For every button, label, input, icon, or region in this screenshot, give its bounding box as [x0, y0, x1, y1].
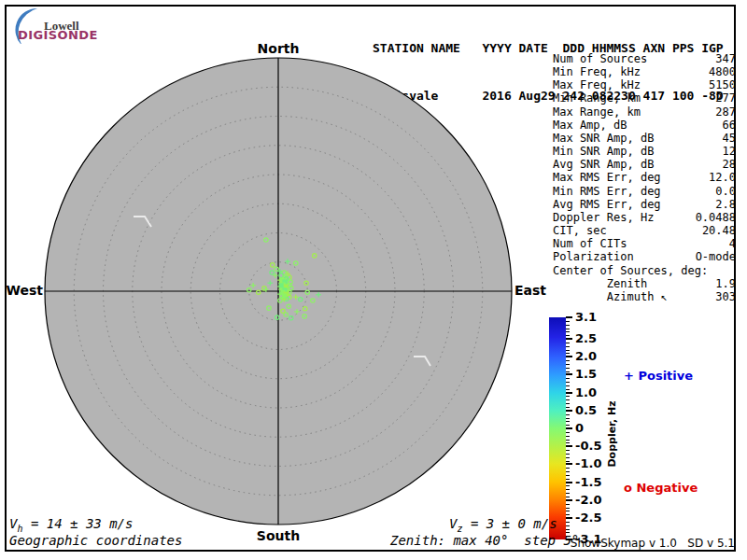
source-point-cluster	[279, 283, 284, 287]
stat-value: 66	[723, 119, 736, 132]
stat-value: O-mode	[696, 250, 736, 263]
stat-row: Min RMS Err, deg 0.0	[553, 185, 736, 198]
stat-row: CIT, sec 20.48	[553, 224, 736, 237]
colorbar-tick-label: -2.0	[575, 493, 601, 507]
stat-label: Center of Sources, deg:	[553, 264, 708, 277]
stat-row: Max Freq, kHz 5150	[553, 78, 736, 91]
stat-label: Num of Sources	[553, 52, 647, 65]
colorbar-tick-label: -0.5	[575, 439, 601, 453]
colorbar-tick	[566, 482, 572, 483]
stat-label: Max Amp, dB	[553, 119, 627, 132]
stat-value: 0.0	[715, 185, 736, 198]
compass-label-south: South	[257, 528, 300, 543]
colorbar-tick	[566, 338, 572, 340]
stat-row: Zenith 1.9	[553, 277, 736, 290]
stat-row: Doppler Res, Hz 0.0488	[553, 211, 736, 224]
stat-value: 287	[715, 105, 736, 119]
legend-positive: + Positive	[624, 369, 693, 383]
compass-label-east: East	[514, 283, 546, 298]
vz-value: = 3 ± 0 m/s	[471, 516, 557, 531]
stat-value: 347	[715, 52, 736, 65]
vh-value: = 14 ± 33 m/s	[31, 516, 134, 531]
version-label: ShowSkymap v 1.0 SD v 5.1	[571, 537, 735, 550]
stat-value: 5150	[709, 78, 736, 91]
stat-label: Avg RMS Err, deg	[553, 198, 661, 211]
stats-panel: Num of Sources 347 Min Freq, kHz 4800 Ma…	[553, 52, 736, 303]
stat-value: 2.8	[715, 198, 736, 211]
colorbar-tick-label: -1.5	[575, 475, 601, 489]
zenith-range-label: Zenith: max 40° step 5°	[390, 533, 579, 548]
colorbar-axis-title: Doppler, Hz	[606, 400, 618, 467]
circle-marker-icon: o	[624, 481, 632, 495]
colorbar-tick-label: -1.0	[575, 456, 601, 470]
colorbar-tick	[566, 373, 572, 375]
stat-row: Num of CITs 4	[553, 237, 736, 250]
colorbar-tick-label: 2.5	[575, 331, 597, 345]
legend-negative: o Negative	[624, 481, 698, 495]
stat-label: Avg SNR Amp, dB	[553, 158, 654, 171]
colorbar-tick	[566, 427, 572, 429]
stat-row: Num of Sources 347	[553, 52, 736, 65]
colorbar-tick-label: 1.0	[575, 385, 597, 399]
colorbar-tick-label: 0.5	[575, 403, 597, 417]
stat-label: Zenith	[553, 277, 647, 290]
stat-row: Max SNR Amp, dB 45	[553, 132, 736, 145]
colorbar-tick	[566, 517, 572, 519]
stat-label: Min Range, km	[553, 91, 641, 105]
stat-label: Min SNR Amp, dB	[553, 145, 654, 158]
stat-label: Doppler Res, Hz	[553, 211, 654, 224]
stat-label: Polarization	[553, 250, 634, 263]
stat-value: 12.0	[709, 171, 736, 184]
stat-row: Center of Sources, deg:	[553, 264, 736, 277]
stat-row: Avg RMS Err, deg 2.8	[553, 198, 736, 211]
stat-row: Min Freq, kHz 4800	[553, 65, 736, 78]
stat-value: 45	[723, 132, 736, 145]
stat-value: 277	[715, 91, 736, 105]
colorbar-tick	[566, 356, 572, 357]
colorbar-gradient	[549, 317, 566, 539]
colorbar-tick	[566, 499, 572, 501]
doppler-colorbar: 3.12.52.01.51.00.50-0.5-1.0-1.5-2.0-2.5-…	[549, 317, 605, 539]
stat-label: Min Freq, kHz	[553, 65, 641, 78]
stat-row: Max Range, km 287	[553, 105, 736, 119]
horizontal-velocity-readout: Vh = 14 ± 33 m/s	[9, 516, 133, 534]
stat-label: Max RMS Err, deg	[553, 171, 661, 184]
legend-negative-label: Negative	[636, 481, 698, 495]
colorbar-tick	[566, 316, 572, 318]
stat-label: Min RMS Err, deg	[553, 185, 661, 198]
colorbar-tick-label: 3.1	[575, 310, 597, 324]
stat-value: 12	[723, 145, 736, 158]
stat-row: Azimuth ↖ 303	[553, 290, 736, 303]
stat-row: Avg SNR Amp, dB 28	[553, 158, 736, 171]
stat-value: 28	[723, 158, 736, 171]
stat-label: Azimuth ↖	[553, 290, 668, 303]
stat-value: 4800	[709, 65, 736, 78]
vertical-velocity-readout: Vz = 3 ± 0 m/s	[449, 516, 557, 534]
stat-label: CIT, sec	[553, 224, 607, 237]
coordinates-mode-label: Geographic coordinates	[9, 533, 182, 548]
stat-row: Min SNR Amp, dB 12	[553, 145, 736, 158]
stat-value: 0.0488	[696, 211, 736, 224]
stat-value: 20.48	[702, 224, 736, 237]
stat-label: Max Range, km	[553, 105, 641, 119]
source-point-cluster	[282, 294, 287, 299]
stat-row: Min Range, km 277	[553, 91, 736, 105]
plus-marker-icon: +	[624, 369, 634, 383]
compass-label-west: West	[7, 283, 43, 298]
stat-value: 4	[729, 237, 736, 250]
stat-value: 1.9	[715, 277, 736, 290]
stat-row: Max Amp, dB 66	[553, 119, 736, 132]
colorbar-tick-label: 0	[575, 421, 584, 435]
colorbar-tick	[566, 463, 572, 465]
legend-positive-label: Positive	[638, 369, 693, 383]
stat-row: Polarization O-mode	[553, 250, 736, 263]
colorbar-tick	[566, 445, 572, 447]
stat-value: 303	[715, 290, 736, 303]
stat-row: Max RMS Err, deg 12.0	[553, 171, 736, 184]
colorbar-tick-label: 2.0	[575, 349, 597, 363]
colorbar-tick	[566, 410, 572, 412]
colorbar-tick-label: -2.5	[575, 511, 601, 525]
colorbar-tick-label: 1.5	[575, 367, 597, 381]
compass-label-north: North	[258, 41, 300, 56]
stat-label: Max SNR Amp, dB	[553, 132, 654, 145]
